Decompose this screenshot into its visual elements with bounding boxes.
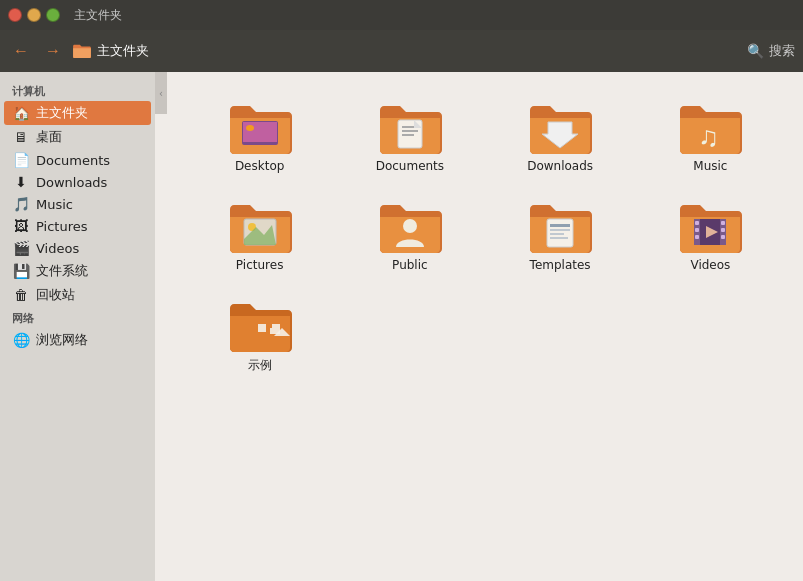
desktop-folder-icon <box>228 100 292 154</box>
downloads-folder-icon <box>528 100 592 154</box>
public-label: Public <box>392 258 428 272</box>
home-icon: 🏠 <box>12 105 30 121</box>
file-item-videos[interactable]: Videos <box>638 191 783 280</box>
templates-label: Templates <box>530 258 591 272</box>
desktop-label: Desktop <box>235 159 285 173</box>
sidebar-item-trash-label: 回收站 <box>36 286 75 304</box>
files-area: Desktop <box>167 72 803 581</box>
breadcrumb[interactable]: 主文件夹 <box>72 42 149 60</box>
sidebar-section-computer: 计算机 <box>0 80 155 101</box>
sidebar-collapse-button[interactable]: ‹ <box>155 72 167 114</box>
examples-folder-icon <box>228 298 292 352</box>
svg-rect-1 <box>243 122 277 142</box>
downloads-icon: ⬇ <box>12 174 30 190</box>
videos-folder-icon <box>678 199 742 253</box>
sidebar-item-pictures-label: Pictures <box>36 219 87 234</box>
content-area: 计算机 🏠 主文件夹 🖥 桌面 📄 Documents ⬇ Downloads … <box>0 72 803 581</box>
svg-text:♫: ♫ <box>698 121 719 152</box>
sidebar-item-videos-label: Videos <box>36 241 79 256</box>
filesystem-icon: 💾 <box>12 263 30 279</box>
svg-point-12 <box>403 219 417 233</box>
titlebar: 主文件夹 <box>0 0 803 30</box>
file-item-pictures[interactable]: Pictures <box>187 191 332 280</box>
svg-rect-15 <box>550 229 570 231</box>
documents-folder-icon <box>378 100 442 154</box>
close-button[interactable] <box>8 8 22 22</box>
file-item-templates[interactable]: Templates <box>488 191 633 280</box>
file-item-desktop[interactable]: Desktop <box>187 92 332 181</box>
sidebar-item-documents[interactable]: 📄 Documents <box>0 149 155 171</box>
window-controls <box>8 8 60 22</box>
music-label: Music <box>693 159 727 173</box>
sidebar-item-trash[interactable]: 🗑 回收站 <box>0 283 155 307</box>
sidebar-item-home-label: 主文件夹 <box>36 104 88 122</box>
sidebar-item-videos[interactable]: 🎬 Videos <box>0 237 155 259</box>
svg-rect-5 <box>402 130 418 132</box>
svg-rect-17 <box>550 237 568 239</box>
trash-icon: 🗑 <box>12 287 30 303</box>
documents-label: Documents <box>376 159 444 173</box>
sidebar-item-network[interactable]: 🌐 浏览网络 <box>0 328 155 352</box>
sidebar-item-home[interactable]: 🏠 主文件夹 <box>4 101 151 125</box>
pictures-folder-icon <box>228 199 292 253</box>
music-folder-icon: ♫ <box>678 100 742 154</box>
svg-rect-25 <box>721 228 725 232</box>
svg-rect-16 <box>550 233 564 235</box>
svg-rect-26 <box>721 235 725 239</box>
sidebar-item-desktop[interactable]: 🖥 桌面 <box>0 125 155 149</box>
sidebar-item-downloads[interactable]: ⬇ Downloads <box>0 171 155 193</box>
sidebar-section-network: 网络 <box>0 307 155 328</box>
breadcrumb-area: 主文件夹 <box>72 42 741 60</box>
svg-rect-21 <box>695 221 699 225</box>
file-item-music[interactable]: ♫ Music <box>638 92 783 181</box>
svg-rect-6 <box>402 134 414 136</box>
desktop-icon: 🖥 <box>12 129 30 145</box>
svg-rect-23 <box>695 235 699 239</box>
back-button[interactable]: ← <box>8 38 34 64</box>
file-item-examples[interactable]: 示例 <box>187 290 332 382</box>
maximize-button[interactable] <box>46 8 60 22</box>
documents-icon: 📄 <box>12 152 30 168</box>
sidebar-item-music[interactable]: 🎵 Music <box>0 193 155 215</box>
sidebar-item-documents-label: Documents <box>36 153 110 168</box>
pictures-icon: 🖼 <box>12 218 30 234</box>
sidebar-item-desktop-label: 桌面 <box>36 128 62 146</box>
sidebar-item-network-label: 浏览网络 <box>36 331 88 349</box>
svg-rect-24 <box>721 221 725 225</box>
examples-label: 示例 <box>248 357 272 374</box>
files-grid: Desktop <box>187 92 783 382</box>
sidebar-item-pictures[interactable]: 🖼 Pictures <box>0 215 155 237</box>
search-icon: 🔍 <box>747 43 764 59</box>
file-item-downloads[interactable]: Downloads <box>488 92 633 181</box>
toolbar: ← → 主文件夹 🔍 搜索 <box>0 30 803 72</box>
svg-rect-14 <box>550 224 570 227</box>
templates-folder-icon <box>528 199 592 253</box>
music-icon: 🎵 <box>12 196 30 212</box>
svg-point-2 <box>246 125 254 131</box>
main-window: ← → 主文件夹 🔍 搜索 计算机 🏠 主文件夹 <box>0 30 803 581</box>
sidebar-item-filesystem[interactable]: 💾 文件系统 <box>0 259 155 283</box>
public-folder-icon <box>378 199 442 253</box>
downloads-label: Downloads <box>527 159 593 173</box>
sidebar-item-filesystem-label: 文件系统 <box>36 262 88 280</box>
forward-button[interactable]: → <box>40 38 66 64</box>
sidebar: 计算机 🏠 主文件夹 🖥 桌面 📄 Documents ⬇ Downloads … <box>0 72 155 581</box>
pictures-label: Pictures <box>236 258 284 272</box>
window-title: 主文件夹 <box>74 7 122 24</box>
videos-label: Videos <box>690 258 730 272</box>
minimize-button[interactable] <box>27 8 41 22</box>
search-label: 搜索 <box>769 42 795 60</box>
svg-rect-22 <box>695 228 699 232</box>
file-item-documents[interactable]: Documents <box>337 92 482 181</box>
file-item-public[interactable]: Public <box>337 191 482 280</box>
videos-icon: 🎬 <box>12 240 30 256</box>
network-icon: 🌐 <box>12 332 30 348</box>
sidebar-item-music-label: Music <box>36 197 73 212</box>
sidebar-item-downloads-label: Downloads <box>36 175 107 190</box>
search-area: 🔍 搜索 <box>747 42 795 60</box>
